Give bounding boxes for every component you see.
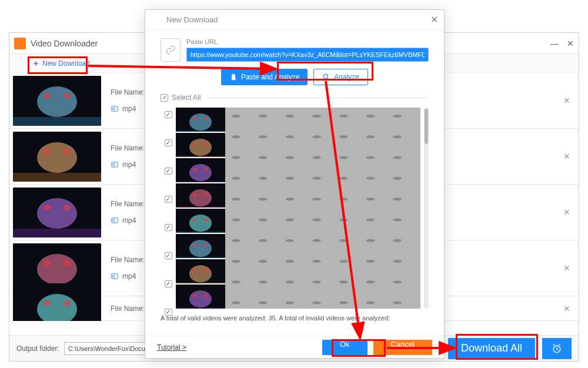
video-thumbnail [176, 158, 225, 182]
ok-button[interactable]: Ok [322, 340, 368, 355]
svg-point-124 [366, 239, 375, 242]
svg-point-58 [193, 218, 197, 222]
svg-point-44 [204, 142, 208, 146]
select-all-checkbox[interactable] [161, 94, 168, 102]
download-all-button[interactable]: Download All [448, 338, 535, 359]
video-format-icon [111, 160, 119, 169]
svg-rect-50 [176, 181, 225, 182]
svg-point-132 [393, 260, 402, 263]
svg-point-125 [393, 239, 402, 242]
svg-point-110 [366, 198, 375, 200]
svg-point-49 [204, 168, 208, 171]
video-thumbnail [176, 234, 225, 258]
remove-item-button[interactable]: ✕ [555, 208, 579, 217]
video-format-icon [111, 105, 119, 113]
remove-item-button[interactable]: ✕ [555, 263, 579, 273]
svg-point-112 [232, 218, 240, 221]
svg-point-105 [232, 198, 240, 200]
checkbox-column [161, 108, 176, 309]
svg-point-88 [339, 135, 348, 138]
close-button[interactable]: ✕ [567, 39, 574, 48]
video-item-checkbox[interactable] [165, 168, 172, 175]
svg-point-86 [286, 135, 295, 138]
url-icon [161, 38, 181, 62]
video-item-checkbox[interactable] [165, 309, 172, 316]
cancel-label: Cancel [391, 340, 415, 349]
video-item-checkbox[interactable] [165, 280, 172, 287]
remove-item-button[interactable]: ✕ [555, 304, 579, 313]
svg-point-135 [286, 280, 295, 283]
svg-point-62 [189, 240, 212, 257]
svg-point-64 [204, 243, 208, 247]
tutorial-link[interactable]: Tutorial > [157, 343, 186, 352]
video-thumbnail [176, 183, 225, 208]
svg-point-73 [193, 294, 197, 297]
svg-point-2 [44, 93, 51, 99]
svg-point-143 [312, 302, 321, 305]
new-download-label: New Download [42, 59, 90, 68]
paste-and-analyze-button[interactable]: Paste and Analyze [221, 69, 308, 85]
dialog-title: New Download [166, 15, 430, 24]
dialog-close-button[interactable]: ✕ [430, 14, 438, 25]
thumbnail-column [176, 108, 225, 309]
format-label: mp4 [122, 216, 136, 225]
format-label: mp4 [122, 105, 136, 113]
dialog-body: Paste URL Paste and Analyze Analyze Sele… [145, 30, 444, 322]
svg-point-114 [286, 218, 295, 221]
svg-point-92 [259, 156, 268, 159]
svg-point-89 [366, 135, 375, 138]
window-controls: — ✕ [550, 39, 574, 48]
svg-point-87 [312, 135, 321, 138]
video-format-icon [111, 216, 119, 225]
svg-point-67 [189, 265, 212, 282]
format-label: mp4 [122, 160, 136, 169]
svg-point-111 [393, 198, 402, 200]
scrollbar-handle[interactable] [425, 109, 428, 144]
list-scrollbar[interactable] [424, 108, 429, 309]
analyze-button[interactable]: Analyze [313, 69, 368, 85]
svg-point-6 [113, 108, 115, 110]
svg-point-122 [312, 239, 321, 242]
remove-item-button[interactable]: ✕ [555, 152, 579, 161]
svg-rect-18 [13, 229, 101, 237]
schedule-button[interactable] [542, 338, 572, 359]
svg-rect-76 [225, 108, 420, 309]
svg-point-99 [259, 177, 268, 180]
svg-point-83 [393, 115, 402, 118]
svg-point-129 [312, 260, 321, 263]
video-item-checkbox[interactable] [165, 139, 172, 146]
svg-point-10 [64, 149, 71, 155]
remove-item-button[interactable]: ✕ [555, 96, 579, 105]
video-thumbnail [176, 285, 225, 309]
svg-rect-11 [13, 173, 101, 182]
svg-point-69 [204, 269, 208, 272]
url-input[interactable] [186, 48, 429, 62]
video-item-checkbox[interactable] [165, 252, 172, 259]
svg-rect-60 [176, 232, 225, 233]
video-thumbnail [176, 108, 225, 132]
minimize-button[interactable]: — [550, 39, 559, 48]
svg-point-130 [339, 260, 348, 263]
svg-point-1 [37, 86, 77, 117]
svg-point-128 [286, 260, 295, 263]
thumbnail [13, 283, 101, 321]
svg-point-102 [339, 177, 348, 180]
file-name-label: File Name: [111, 256, 149, 264]
svg-point-27 [113, 275, 115, 277]
dialog-logo-icon [151, 15, 162, 25]
alarm-icon [551, 343, 563, 354]
new-download-button[interactable]: ＋ New Download [27, 56, 95, 71]
video-item-checkbox[interactable] [165, 111, 172, 118]
video-thumbnail [176, 259, 225, 283]
cancel-button[interactable]: Cancel [373, 340, 432, 355]
video-item-checkbox[interactable] [165, 224, 172, 231]
select-all-label: Select All [172, 93, 201, 102]
paste-url-label: Paste URL [186, 38, 429, 45]
svg-point-103 [366, 177, 375, 180]
svg-point-57 [189, 215, 212, 232]
svg-point-17 [64, 205, 71, 210]
svg-point-93 [286, 156, 295, 159]
video-item-checkbox[interactable] [165, 196, 172, 203]
video-thumbnail [176, 133, 225, 157]
svg-rect-70 [176, 282, 225, 283]
